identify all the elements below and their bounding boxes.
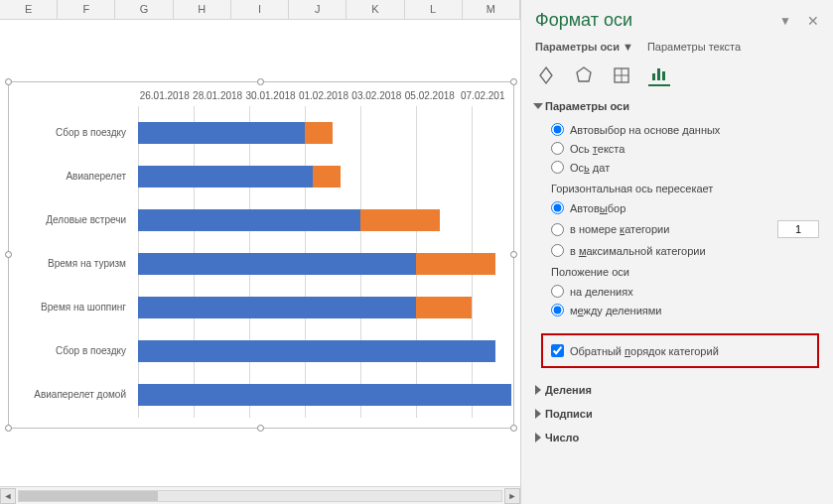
axis-options-icon[interactable] xyxy=(648,64,670,86)
reverse-categories-highlight: Обратный порядок категорий xyxy=(541,333,819,368)
section-label: Параметры оси xyxy=(545,100,629,112)
size-properties-icon[interactable] xyxy=(611,64,632,86)
svg-marker-0 xyxy=(577,67,591,81)
chevron-right-icon xyxy=(535,433,541,442)
radio-input[interactable] xyxy=(551,223,564,236)
radio-label: Ось текста xyxy=(570,143,625,155)
col-header[interactable]: H xyxy=(174,0,231,19)
x-tick: 28.01.2018 xyxy=(191,90,243,106)
radio-cross-auto[interactable]: Автовыбор xyxy=(551,198,819,217)
svg-rect-6 xyxy=(662,71,665,80)
radio-input[interactable] xyxy=(551,201,564,214)
x-tick: 30.01.2018 xyxy=(244,90,297,106)
radio-cross-at-category[interactable]: в номере категории xyxy=(551,217,819,241)
svg-rect-5 xyxy=(657,68,660,80)
col-header[interactable]: G xyxy=(115,0,173,19)
plot-area[interactable] xyxy=(138,112,509,418)
col-header[interactable]: J xyxy=(289,0,347,19)
tab-axis-options[interactable]: Параметры оси ▼ xyxy=(535,41,633,53)
chevron-down-icon xyxy=(533,103,543,109)
checkbox-input[interactable] xyxy=(551,344,564,357)
chevron-right-icon xyxy=(535,409,541,419)
resize-handle[interactable] xyxy=(510,78,517,85)
scroll-thumb[interactable] xyxy=(19,491,158,501)
x-tick: 07.02.201 xyxy=(457,90,509,106)
category-label: Авиаперелет домой xyxy=(9,386,132,404)
radio-on-tick-marks[interactable]: на делениях xyxy=(551,282,819,301)
x-tick: 26.01.2018 xyxy=(138,90,191,106)
category-number-input[interactable] xyxy=(777,220,819,238)
gantt-chart[interactable]: 26.01.2018 28.01.2018 30.01.2018 01.02.2… xyxy=(8,81,514,429)
col-header[interactable]: E xyxy=(0,0,58,19)
resize-handle[interactable] xyxy=(5,78,12,85)
radio-label: Автовыбор xyxy=(570,202,625,214)
radio-date-axis[interactable]: Ось дат xyxy=(551,158,819,177)
y-axis-categories[interactable]: Сбор в поездку Авиаперелет Деловые встре… xyxy=(9,112,138,418)
group-horizontal-cross: Горизонтальная ось пересекает xyxy=(551,177,819,198)
resize-handle[interactable] xyxy=(510,251,517,258)
column-headers: E F G H I J K L M xyxy=(0,0,520,20)
category-label: Время на шоппинг xyxy=(9,299,132,316)
pane-title: Формат оси xyxy=(535,10,771,31)
section-number[interactable]: Число xyxy=(521,426,833,449)
x-tick: 01.02.2018 xyxy=(297,90,349,106)
section-label: Число xyxy=(545,432,579,443)
section-axis-parameters[interactable]: Параметры оси xyxy=(521,94,833,118)
radio-text-axis[interactable]: Ось текста xyxy=(551,139,819,158)
spreadsheet-area: E F G H I J K L M xyxy=(0,0,521,504)
col-header[interactable]: M xyxy=(463,0,520,19)
radio-input[interactable] xyxy=(551,161,564,174)
x-axis[interactable]: 26.01.2018 28.01.2018 30.01.2018 01.02.2… xyxy=(138,90,509,106)
effects-icon[interactable] xyxy=(573,64,595,86)
radio-label: Ось дат xyxy=(570,162,610,174)
checkbox-label: Обратный порядок категорий xyxy=(570,345,719,357)
x-tick: 05.02.2018 xyxy=(403,90,456,106)
section-ticks[interactable]: Деления xyxy=(521,378,833,402)
scroll-track[interactable] xyxy=(18,490,502,502)
radio-label: между делениями xyxy=(570,305,662,316)
resize-handle[interactable] xyxy=(257,425,264,432)
checkbox-reverse-order[interactable]: Обратный порядок категорий xyxy=(551,341,809,360)
radio-auto-based-on-data[interactable]: Автовыбор на основе данных xyxy=(551,120,819,139)
col-header[interactable]: F xyxy=(58,0,115,19)
chevron-right-icon xyxy=(535,385,541,395)
horizontal-scrollbar[interactable]: ◄ ► xyxy=(0,486,520,504)
scroll-right-button[interactable]: ► xyxy=(504,488,520,504)
resize-handle[interactable] xyxy=(257,78,264,85)
fill-line-icon[interactable] xyxy=(535,64,557,86)
svg-rect-4 xyxy=(652,73,655,80)
col-header[interactable]: I xyxy=(231,0,289,19)
radio-label: Автовыбор на основе данных xyxy=(570,124,720,136)
x-tick: 03.02.2018 xyxy=(350,90,403,106)
scroll-left-button[interactable]: ◄ xyxy=(0,488,16,504)
col-header[interactable]: L xyxy=(405,0,463,19)
col-header[interactable]: K xyxy=(347,0,404,19)
section-label: Подписи xyxy=(545,408,593,420)
category-label: Сбор в поездку xyxy=(9,342,132,360)
radio-label: на делениях xyxy=(570,286,633,298)
section-labels[interactable]: Подписи xyxy=(521,402,833,426)
group-axis-position: Положение оси xyxy=(551,260,819,282)
category-label: Авиаперелет xyxy=(9,168,132,186)
category-label: Время на туризм xyxy=(9,255,132,273)
radio-label: в максимальной категории xyxy=(570,245,706,257)
radio-input[interactable] xyxy=(551,304,564,316)
category-label: Сбор в поездку xyxy=(9,124,132,142)
radio-input[interactable] xyxy=(551,285,564,298)
radio-input[interactable] xyxy=(551,123,564,136)
radio-input[interactable] xyxy=(551,244,564,257)
category-label: Деловые встречи xyxy=(9,211,132,229)
radio-cross-at-max[interactable]: в максимальной категории xyxy=(551,241,819,260)
pane-close-icon[interactable]: ✕ xyxy=(807,13,819,29)
resize-handle[interactable] xyxy=(510,425,517,432)
radio-label: в номере категории xyxy=(570,223,669,235)
radio-input[interactable] xyxy=(551,142,564,155)
format-axis-pane: Формат оси ▼ ✕ Параметры оси ▼ Параметры… xyxy=(521,0,833,504)
tab-text-options[interactable]: Параметры текста xyxy=(647,41,741,53)
pane-options-icon[interactable]: ▼ xyxy=(779,14,791,28)
resize-handle[interactable] xyxy=(5,425,12,432)
radio-between-tick-marks[interactable]: между делениями xyxy=(551,301,819,319)
section-label: Деления xyxy=(545,384,592,396)
